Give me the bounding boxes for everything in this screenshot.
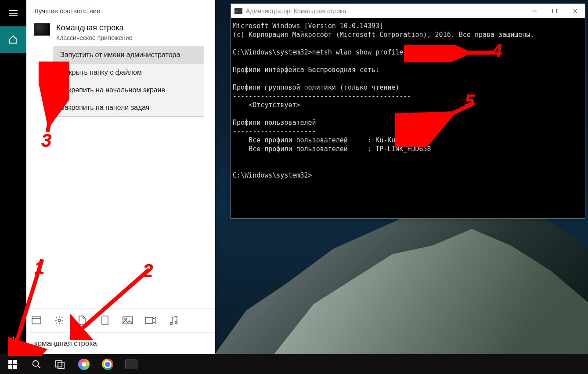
best-match-title: Командная строка (56, 23, 132, 33)
filter-folders-icon[interactable] (99, 315, 111, 326)
start-search-panel: Лучшее соответствие Командная строка Кла… (26, 0, 215, 354)
svg-rect-12 (8, 365, 12, 369)
context-pin-taskbar[interactable]: Закрепить на панели задач (53, 99, 204, 116)
search-filter-bar (26, 308, 215, 332)
svg-point-8 (175, 322, 177, 324)
cmd-title-text: Администратор: Командная строка (246, 7, 346, 15)
close-button[interactable] (565, 4, 585, 18)
cmd-titlebar-icon (234, 8, 242, 14)
search-input[interactable]: командная строка (26, 332, 215, 354)
svg-rect-11 (13, 360, 17, 364)
settings-gear-button[interactable] (0, 328, 26, 354)
filter-photos-icon[interactable] (122, 315, 133, 326)
filter-music-icon[interactable] (168, 315, 179, 326)
svg-rect-13 (13, 365, 17, 369)
cmd-taskbar-icon[interactable] (119, 354, 143, 374)
cmd-app-icon (34, 23, 50, 36)
svg-rect-16 (58, 362, 64, 368)
filter-videos-icon[interactable] (145, 315, 156, 326)
svg-rect-1 (32, 317, 41, 324)
filter-documents-icon[interactable] (76, 315, 88, 326)
context-pin-start[interactable]: Закрепить на начальном экране (53, 81, 204, 99)
best-match-result[interactable]: Командная строка Классическое приложение (26, 19, 215, 46)
minimize-button[interactable] (524, 4, 545, 18)
best-match-subtitle: Классическое приложение (56, 34, 132, 41)
task-view-button[interactable] (48, 354, 72, 374)
taskbar (0, 354, 588, 374)
paint-taskbar-icon[interactable] (72, 354, 96, 374)
context-menu: Запустить от имени администратора Открыт… (53, 46, 204, 117)
svg-rect-9 (553, 9, 557, 13)
search-taskbar-button[interactable] (25, 354, 48, 374)
svg-point-0 (12, 340, 14, 342)
svg-point-2 (58, 319, 61, 322)
search-text-value: командная строка (34, 339, 97, 348)
filter-apps-icon[interactable] (31, 315, 42, 326)
home-button[interactable] (0, 26, 26, 53)
svg-point-5 (125, 318, 126, 320)
svg-rect-10 (8, 360, 12, 364)
cmd-output[interactable]: Microsoft Windows [Version 10.0.14393] (… (231, 18, 585, 218)
maximize-button[interactable] (545, 4, 565, 18)
svg-rect-15 (56, 361, 62, 367)
hamburger-menu-button[interactable] (0, 0, 26, 26)
svg-rect-6 (145, 317, 153, 323)
svg-point-7 (170, 323, 173, 325)
svg-rect-3 (102, 316, 108, 325)
chrome-taskbar-icon[interactable] (96, 354, 119, 374)
start-left-rail (0, 0, 26, 354)
cmd-titlebar[interactable]: Администратор: Командная строка (231, 4, 585, 18)
context-run-as-admin[interactable]: Запустить от имени администратора (53, 46, 204, 64)
cmd-window: Администратор: Командная строка Microsof… (231, 4, 585, 219)
start-button[interactable] (1, 354, 25, 374)
best-match-header: Лучшее соответствие (26, 0, 215, 19)
filter-settings-icon[interactable] (54, 315, 65, 326)
context-open-file-location[interactable]: Открыть папку с файлом (53, 64, 204, 81)
svg-point-14 (33, 360, 39, 366)
